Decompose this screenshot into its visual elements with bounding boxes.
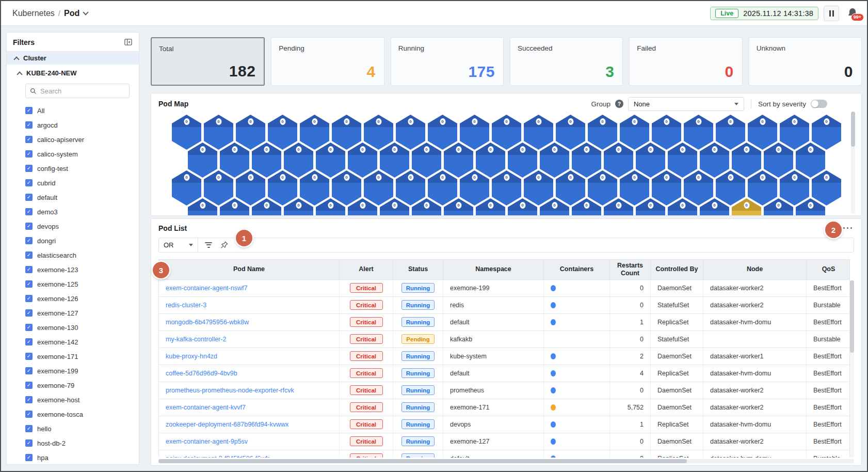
pod-hexagon[interactable]: 0 xyxy=(428,115,457,150)
pod-table-horizontal-scrollbar[interactable] xyxy=(158,459,854,463)
pod-hexagon[interactable]: 0 xyxy=(188,143,217,178)
pod-hexagon[interactable]: 0 xyxy=(556,170,585,206)
pod-hexagon[interactable]: 0 xyxy=(540,143,569,178)
notification-bell[interactable]: 99+ xyxy=(846,7,860,20)
sidebar-collapse-icon[interactable] xyxy=(124,38,133,46)
namespace-checkbox-item[interactable]: ✓ exemone-171 xyxy=(25,349,139,364)
pod-hexagon[interactable]: 0 xyxy=(620,170,649,206)
namespace-checkbox-item[interactable]: ✓ exemone-125 xyxy=(25,277,139,291)
namespace-checkbox-item[interactable]: ✓ exemone-tosca xyxy=(25,407,139,421)
checkbox-checked-icon[interactable]: ✓ xyxy=(25,223,33,230)
column-header[interactable]: Namespace xyxy=(443,260,544,279)
pod-name-link[interactable]: kube-proxy-hn4zd xyxy=(166,353,217,360)
checkbox-checked-icon[interactable]: ✓ xyxy=(25,165,33,172)
pod-hexagon[interactable]: 0 xyxy=(284,143,313,178)
collapse-chevron-icon[interactable] xyxy=(17,71,22,77)
pod-hexagon[interactable]: 0 xyxy=(524,115,553,150)
pod-name-link[interactable]: coffee-5d76d96d9-4bv9b xyxy=(166,370,237,377)
pod-hexagon[interactable]: 0 xyxy=(380,143,409,178)
checkbox-checked-icon[interactable]: ✓ xyxy=(25,324,33,331)
pod-hexagon[interactable]: 0 xyxy=(508,143,537,178)
checkbox-checked-icon[interactable]: ✓ xyxy=(25,338,33,345)
checkbox-checked-icon[interactable]: ✓ xyxy=(25,179,33,186)
namespace-checkbox-item[interactable]: ✓ exemone-199 xyxy=(25,364,139,378)
pod-hexagon[interactable]: 0 xyxy=(620,115,649,150)
pod-hexagon[interactable]: 0 xyxy=(444,143,473,178)
pod-hexagon[interactable]: 0 xyxy=(428,170,457,206)
pod-hexagon[interactable]: 0 xyxy=(492,170,521,206)
pod-hexagon[interactable]: 0 xyxy=(252,143,281,178)
namespace-checkbox-item[interactable]: ✓ config-test xyxy=(25,161,139,176)
namespace-checkbox-item[interactable]: ✓ hpa xyxy=(25,450,139,465)
pod-hexagon[interactable]: 0 xyxy=(492,115,521,150)
pod-hexagon[interactable]: 0 xyxy=(588,170,617,206)
checkbox-checked-icon[interactable]: ✓ xyxy=(25,208,33,215)
column-header[interactable]: Restarts Count xyxy=(610,260,651,279)
pod-hexagon[interactable]: 0 xyxy=(220,143,249,178)
pod-name-link[interactable]: prometheus-prometheus-node-exporter-rfcv… xyxy=(166,387,294,394)
pod-hexagon[interactable]: 0 xyxy=(780,115,809,150)
pod-hexagon[interactable]: 0 xyxy=(412,143,441,178)
pod-hexagon[interactable]: 0 xyxy=(812,115,841,150)
pod-hexagon[interactable]: 0 xyxy=(476,143,505,178)
pod-hexagon[interactable]: 0 xyxy=(780,170,809,206)
pod-hexagon[interactable]: 0 xyxy=(396,115,425,150)
namespace-checkbox-item[interactable]: ✓ calico-apiserver xyxy=(25,132,139,147)
checkbox-checked-icon[interactable]: ✓ xyxy=(25,237,33,244)
checkbox-checked-icon[interactable]: ✓ xyxy=(25,266,33,273)
pod-hexagon[interactable]: 0 xyxy=(460,170,489,206)
scrollbar-thumb[interactable] xyxy=(158,459,687,463)
search-input[interactable] xyxy=(40,87,118,95)
checkbox-checked-icon[interactable]: ✓ xyxy=(25,367,33,374)
checkbox-checked-icon[interactable]: ✓ xyxy=(25,121,33,129)
pin-icon[interactable] xyxy=(220,241,229,249)
pod-hexagon[interactable]: 0 xyxy=(796,143,825,178)
pod-map-scrollbar[interactable] xyxy=(851,112,855,214)
pod-hexagon[interactable]: 0 xyxy=(172,115,201,150)
pod-hexagon[interactable]: 0 xyxy=(204,170,233,206)
pod-name-link[interactable]: exem-container-agent-9p5sv xyxy=(166,438,248,445)
pod-hexagon[interactable]: 0 xyxy=(812,170,841,206)
status-summary-card[interactable]: Pending 4 xyxy=(271,37,384,86)
breadcrumb-kubernetes[interactable]: Kubernetes xyxy=(12,9,55,18)
scrollbar-thumb[interactable] xyxy=(850,280,854,353)
pod-name-link[interactable]: my-kafka-controller-2 xyxy=(166,336,226,343)
pod-hexagon[interactable]: 0 xyxy=(300,115,329,150)
pod-hexagon[interactable]: 0 xyxy=(236,170,265,206)
namespace-checkbox-item[interactable]: ✓ hello xyxy=(25,421,139,436)
pod-name-link[interactable]: nginx-deployment-3-f945fd586-f6wfr xyxy=(166,455,269,458)
checkbox-checked-icon[interactable]: ✓ xyxy=(25,194,33,201)
pod-name-link[interactable]: exem-container-agent-kvvf7 xyxy=(166,404,246,411)
pod-hexagon[interactable]: 0 xyxy=(268,170,297,206)
pod-hexagon[interactable]: 0 xyxy=(716,115,745,150)
pod-hexagon[interactable]: 0 xyxy=(396,170,425,206)
column-header[interactable]: Alert xyxy=(340,260,393,279)
pod-hexagon[interactable]: 0 xyxy=(524,170,553,206)
pod-name-link[interactable]: exem-container-agent-nswf7 xyxy=(166,285,247,292)
checkbox-checked-icon[interactable]: ✓ xyxy=(25,309,33,317)
pod-hexagon[interactable]: 0 xyxy=(364,170,393,206)
status-summary-card[interactable]: Unknown 0 xyxy=(749,37,862,86)
checkbox-checked-icon[interactable]: ✓ xyxy=(25,251,33,259)
namespace-checkbox-item[interactable]: ✓ default xyxy=(25,190,139,204)
pod-hexagon[interactable]: 0 xyxy=(700,143,729,178)
pod-hexagon[interactable]: 0 xyxy=(668,143,697,178)
pod-hexagon[interactable]: 0 xyxy=(300,170,329,206)
pod-hexagon[interactable]: 0 xyxy=(604,143,633,178)
namespace-checkbox-item[interactable]: ✓ demo3 xyxy=(25,204,139,219)
filter-operator-select[interactable]: OR xyxy=(159,238,198,252)
pod-hexagon[interactable]: 0 xyxy=(268,115,297,150)
namespace-checkbox-item[interactable]: ✓ calico-system xyxy=(25,147,139,161)
namespace-checkbox-item[interactable]: ✓ All xyxy=(25,103,139,118)
checkbox-checked-icon[interactable]: ✓ xyxy=(25,107,33,114)
checkbox-checked-icon[interactable]: ✓ xyxy=(25,396,33,403)
pod-name-link[interactable]: redis-cluster-3 xyxy=(166,302,206,309)
pause-button[interactable] xyxy=(824,6,839,21)
pod-hexagon[interactable]: 0 xyxy=(732,143,761,178)
namespace-checkbox-item[interactable]: ✓ argocd xyxy=(25,118,139,132)
status-summary-card[interactable]: Running 175 xyxy=(391,37,504,86)
pod-name-link[interactable]: mongodb-6b4795956-wbk8w xyxy=(166,319,249,326)
checkbox-checked-icon[interactable]: ✓ xyxy=(25,411,33,418)
column-header[interactable]: Status xyxy=(393,260,443,279)
checkbox-checked-icon[interactable]: ✓ xyxy=(25,382,33,389)
